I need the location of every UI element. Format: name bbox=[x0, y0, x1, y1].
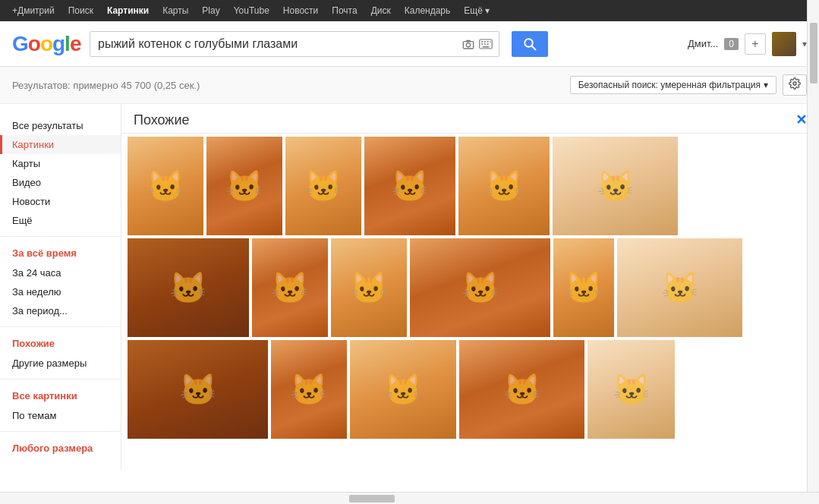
svg-rect-8 bbox=[481, 43, 483, 45]
sidebar-time-title[interactable]: За всё время bbox=[0, 243, 121, 263]
results-count: Результатов: примерно 45 700 (0,25 сек.) bbox=[12, 80, 200, 91]
svg-rect-2 bbox=[466, 39, 470, 42]
topbar-item-youtube[interactable]: YouTube bbox=[228, 0, 276, 21]
sidebar-item-news[interactable]: Новости bbox=[0, 192, 121, 211]
content: Все результаты Картинки Карты Видео Ново… bbox=[0, 104, 819, 471]
image-cell[interactable] bbox=[128, 340, 268, 439]
scrollbar-thumb[interactable] bbox=[810, 23, 817, 83]
image-cell[interactable] bbox=[128, 137, 203, 235]
sidebar-divider-3 bbox=[0, 379, 121, 380]
svg-rect-4 bbox=[481, 41, 483, 43]
image-row-2 bbox=[121, 235, 819, 337]
header-right: Дмит... 0 + ▾ bbox=[688, 32, 807, 56]
image-cell[interactable] bbox=[271, 340, 347, 439]
image-cell[interactable] bbox=[285, 137, 361, 235]
camera-icon[interactable] bbox=[462, 39, 474, 49]
sidebar-period[interactable]: За период... bbox=[0, 301, 121, 320]
image-cell[interactable] bbox=[553, 238, 614, 337]
results-bar: Результатов: примерно 45 700 (0,25 сек.)… bbox=[0, 67, 819, 104]
sidebar-item-more[interactable]: Ещё bbox=[0, 211, 121, 230]
safe-search-label: Безопасный поиск: умеренная фильтрация bbox=[578, 80, 761, 90]
image-cell[interactable] bbox=[553, 137, 678, 235]
search-icons bbox=[456, 39, 499, 49]
image-cell[interactable] bbox=[617, 238, 742, 337]
svg-rect-11 bbox=[483, 46, 490, 48]
sidebar: Все результаты Картинки Карты Видео Ново… bbox=[0, 104, 121, 471]
image-cell[interactable] bbox=[252, 238, 328, 337]
image-cell[interactable] bbox=[331, 238, 407, 337]
sidebar-week[interactable]: За неделю bbox=[0, 282, 121, 301]
header: Google bbox=[0, 21, 819, 67]
user-name[interactable]: Дмит... bbox=[688, 38, 718, 49]
topbar-item-dmitry[interactable]: +Дмитрий bbox=[6, 0, 61, 21]
svg-point-1 bbox=[466, 43, 470, 46]
sidebar-divider-4 bbox=[0, 431, 121, 432]
svg-rect-6 bbox=[487, 41, 489, 43]
sidebar-other-sizes[interactable]: Другие размеры bbox=[0, 354, 121, 373]
svg-rect-5 bbox=[484, 41, 486, 43]
avatar-image bbox=[772, 32, 796, 56]
sidebar-divider-2 bbox=[0, 326, 121, 327]
section-header: Похожие ✕ bbox=[121, 104, 819, 134]
settings-icon bbox=[789, 77, 801, 93]
sidebar-item-video[interactable]: Видео bbox=[0, 173, 121, 192]
settings-button[interactable] bbox=[783, 74, 807, 96]
sidebar-24h[interactable]: За 24 часа bbox=[0, 263, 121, 282]
sidebar-item-all[interactable]: Все результаты bbox=[0, 116, 121, 135]
avatar[interactable] bbox=[772, 32, 796, 56]
image-cell[interactable] bbox=[206, 137, 282, 235]
vertical-scrollbar[interactable] bbox=[807, 0, 819, 471]
topbar-item-images[interactable]: Картинки bbox=[101, 0, 155, 21]
search-box bbox=[90, 31, 499, 57]
topbar-item-news[interactable]: Новости bbox=[277, 0, 324, 21]
svg-rect-9 bbox=[484, 43, 486, 45]
sidebar-by-theme[interactable]: По темам bbox=[0, 406, 121, 425]
topbar-item-calendar[interactable]: Календарь bbox=[398, 0, 457, 21]
sidebar-divider-1 bbox=[0, 236, 121, 237]
topbar-item-mail[interactable]: Почта bbox=[326, 0, 363, 21]
topbar-item-more[interactable]: Ещё ▾ bbox=[458, 0, 496, 21]
image-cell[interactable] bbox=[128, 238, 249, 337]
google-logo[interactable]: Google bbox=[12, 32, 80, 56]
safe-search-button[interactable]: Безопасный поиск: умеренная фильтрация ▾ bbox=[570, 76, 776, 94]
results-filters: Безопасный поиск: умеренная фильтрация ▾ bbox=[570, 74, 807, 96]
main-content: Похожие ✕ bbox=[121, 104, 819, 471]
svg-line-13 bbox=[531, 46, 535, 49]
sidebar-size-title[interactable]: Любого размера bbox=[0, 438, 121, 458]
search-button[interactable] bbox=[512, 31, 548, 57]
image-cell[interactable] bbox=[587, 340, 675, 439]
image-cell[interactable] bbox=[350, 340, 456, 439]
close-button[interactable]: ✕ bbox=[795, 112, 807, 128]
topbar-item-drive[interactable]: Диск bbox=[365, 0, 397, 21]
image-cell[interactable] bbox=[410, 238, 550, 337]
image-row-3 bbox=[121, 337, 819, 439]
sidebar-item-images[interactable]: Картинки bbox=[0, 135, 121, 154]
sidebar-similar-title[interactable]: Похожие bbox=[0, 333, 121, 354]
svg-rect-7 bbox=[490, 41, 491, 43]
keyboard-icon[interactable] bbox=[479, 39, 493, 49]
plus-button[interactable]: + bbox=[745, 33, 766, 55]
svg-point-14 bbox=[793, 82, 796, 85]
image-cell[interactable] bbox=[458, 137, 550, 235]
top-navigation: +Дмитрий Поиск Картинки Карты Play YouTu… bbox=[0, 0, 819, 21]
sidebar-item-maps[interactable]: Карты bbox=[0, 154, 121, 173]
topbar-item-play[interactable]: Play bbox=[196, 0, 225, 21]
section-title: Похожие bbox=[134, 112, 189, 128]
topbar-item-maps[interactable]: Карты bbox=[156, 0, 194, 21]
image-cell[interactable] bbox=[364, 137, 455, 235]
image-row-1 bbox=[121, 134, 819, 235]
topbar-item-search[interactable]: Поиск bbox=[62, 0, 99, 21]
notification-count[interactable]: 0 bbox=[724, 38, 739, 50]
image-cell[interactable] bbox=[459, 340, 584, 439]
sidebar-all-images-title[interactable]: Все картинки bbox=[0, 386, 121, 406]
svg-rect-10 bbox=[487, 43, 489, 45]
search-input[interactable] bbox=[90, 32, 456, 56]
safe-search-arrow: ▾ bbox=[764, 80, 768, 90]
